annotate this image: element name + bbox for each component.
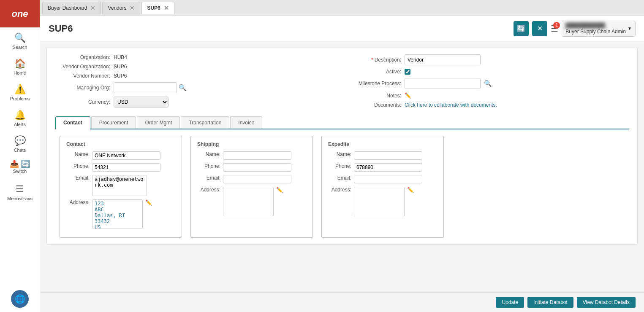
sidebar-item-home[interactable]: 🏠 Home [0, 53, 40, 79]
contact-box-title: Contact [66, 141, 175, 147]
tab-invoice[interactable]: Invoice [230, 116, 262, 129]
currency-label: Currency: [55, 99, 110, 105]
expedite-name-label: Name: [328, 151, 351, 157]
menu-icon: ☰ [16, 184, 24, 195]
form-top: Organization: HUB4 Vendor Organization: … [55, 54, 629, 112]
contact-phone-label: Phone: [66, 163, 90, 169]
shipping-address-label: Address: [197, 187, 220, 193]
sidebar-item-label: Alerts [14, 122, 26, 127]
milestone-label: Milestone Process: [346, 81, 401, 86]
footer-bar: Update Initiate Databot View Databot Det… [40, 292, 644, 312]
tab-order-mgmt[interactable]: Order Mgmt [137, 116, 180, 129]
menu-button[interactable]: ☰ 1 [551, 24, 558, 34]
documents-link[interactable]: Click here to collaborate with documents… [405, 102, 497, 108]
notes-field: Notes: ✏️ [346, 92, 629, 99]
close-tab-sup6[interactable]: ✕ [164, 5, 169, 11]
tab-vendors[interactable]: Vendors ✕ [102, 2, 140, 14]
description-field: Description: [346, 54, 629, 65]
view-databot-details-button[interactable]: View Databot Details [577, 297, 636, 308]
user-role: Buyer Supply Chain Admin [565, 29, 626, 35]
managing-org-search-button[interactable]: 🔍 [179, 84, 187, 91]
notification-badge: 1 [553, 22, 560, 29]
shipping-email-label: Email: [197, 175, 220, 181]
contact-email-input[interactable]: ajadhav@onenetwork.com [92, 175, 147, 196]
chevron-down-icon: ▼ [628, 26, 632, 31]
shipping-phone-input[interactable] [223, 163, 291, 172]
main-area: Buyer Dashboard ✕ Vendors ✕ SUP6 ✕ SUP6 … [40, 0, 644, 312]
tab-procurement[interactable]: Procurement [91, 116, 136, 129]
expedite-phone-label: Phone: [328, 163, 351, 169]
expedite-email-input[interactable] [354, 175, 422, 183]
tab-buyer-dashboard[interactable]: Buyer Dashboard ✕ [42, 2, 101, 14]
user-dropdown[interactable]: ████████████ Buyer Supply Chain Admin ▼ [562, 21, 636, 37]
switch-label: Switch [13, 169, 27, 174]
sidebar-item-label: Chats [14, 148, 26, 153]
sidebar-item-problems[interactable]: ⚠️ Problems [0, 79, 40, 105]
contact-box: Contact Name: Phone: Email: ajadhav@ [60, 136, 182, 238]
contact-name-input[interactable] [92, 151, 160, 160]
active-checkbox[interactable] [405, 69, 410, 75]
org-label: Organization: [55, 54, 110, 60]
vendor-org-label: Vendor Organization: [55, 64, 110, 70]
contact-address-edit-icon[interactable]: ✏️ [145, 199, 152, 206]
shipping-email-row: Email: [197, 175, 306, 183]
expedite-box-title: Expedite [328, 141, 437, 147]
milestone-input[interactable] [405, 78, 481, 89]
page-header: SUP6 🔄 ✕ ☰ 1 ████████████ Buyer Supply C… [40, 16, 644, 41]
switch-icon: 🔄 [21, 159, 30, 169]
contact-address-label: Address: [66, 199, 90, 205]
app-logo[interactable]: one [0, 0, 40, 27]
globe-icon[interactable]: 🌐 [11, 290, 29, 308]
tab-transportation[interactable]: Transportation [181, 116, 229, 129]
home-icon: 🏠 [14, 58, 26, 69]
close-page-button[interactable]: ✕ [532, 21, 547, 36]
contact-grid: Contact Name: Phone: Email: ajadhav@ [60, 136, 625, 238]
milestone-field: Milestone Process: 🔍 [346, 78, 629, 89]
sidebar-item-search[interactable]: 🔍 Search [0, 27, 40, 53]
notes-edit-icon[interactable]: ✏️ [405, 92, 411, 99]
active-label: Active: [346, 69, 401, 75]
shipping-address-input[interactable] [223, 187, 274, 216]
sidebar-item-chats[interactable]: 💬 Chats [0, 130, 40, 156]
expedite-phone-row: Phone: [328, 163, 437, 172]
contact-phone-input[interactable] [92, 163, 160, 172]
vendor-number-value: SUP6 [114, 73, 127, 79]
sidebar-bottom: 🌐 [11, 290, 29, 308]
initiate-databot-button[interactable]: Initiate Databot [527, 297, 573, 308]
expedite-address-edit-icon[interactable]: ✏️ [407, 187, 414, 193]
org-field: Organization: HUB4 [55, 54, 338, 60]
contact-address-row: Address: 123 ABC Dallas, RI 33432 US ✏️ [66, 199, 175, 229]
bell-icon: 🔔 [14, 110, 26, 121]
update-button[interactable]: Update [496, 297, 524, 308]
inbox-icon: 📥 [10, 159, 19, 169]
close-tab-vendors[interactable]: ✕ [130, 5, 135, 11]
currency-field: Currency: USD [55, 97, 338, 108]
user-name-blurred: ████████████ [565, 23, 626, 28]
expedite-phone-input[interactable] [354, 163, 422, 172]
contact-address-input[interactable]: 123 ABC Dallas, RI 33432 US [92, 199, 143, 229]
shipping-name-input[interactable] [223, 151, 291, 160]
sidebar-item-alerts[interactable]: 🔔 Alerts [0, 105, 40, 130]
expedite-name-input[interactable] [354, 151, 422, 160]
sidebar-item-label: Menus/Favs [7, 196, 33, 201]
tab-contact[interactable]: Contact [55, 116, 90, 129]
notes-label: Notes: [346, 93, 401, 99]
close-tab-buyer-dashboard[interactable]: ✕ [90, 5, 95, 11]
managing-org-input[interactable] [114, 82, 177, 93]
milestone-search-button[interactable]: 🔍 [484, 80, 492, 87]
shipping-address-edit-icon[interactable]: ✏️ [276, 187, 283, 193]
description-input[interactable] [405, 54, 481, 65]
refresh-button[interactable]: 🔄 [514, 21, 529, 36]
currency-select[interactable]: USD [114, 97, 168, 108]
expedite-address-label: Address: [328, 187, 351, 193]
shipping-name-row: Name: [197, 151, 306, 160]
sidebar-item-menus-favs[interactable]: ☰ Menus/Favs [0, 179, 40, 204]
sidebar-item-switch[interactable]: 📥 🔄 Switch [0, 156, 40, 177]
org-value: HUB4 [114, 54, 127, 60]
shipping-email-input[interactable] [223, 175, 291, 183]
chat-icon: 💬 [14, 135, 26, 146]
tab-label: Vendors [108, 5, 126, 11]
tab-sup6[interactable]: SUP6 ✕ [141, 2, 174, 14]
expedite-address-input[interactable] [354, 187, 405, 216]
tabs-bar: Buyer Dashboard ✕ Vendors ✕ SUP6 ✕ [40, 0, 644, 16]
